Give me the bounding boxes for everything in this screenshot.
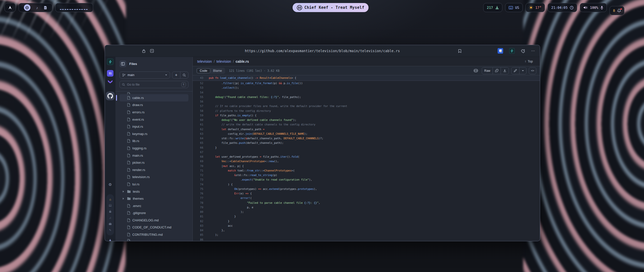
bookmark-icon[interactable] — [458, 49, 462, 53]
line-number[interactable]: 54 — [193, 90, 207, 95]
downloads-widget[interactable]: 217 — [483, 3, 502, 12]
lock-icon[interactable] — [142, 49, 145, 53]
site-info-icon[interactable] — [150, 49, 154, 53]
tree-file-item[interactable]: event.rs — [119, 116, 188, 123]
tree-file-item[interactable]: errors.rs — [119, 109, 188, 116]
clock-widget[interactable]: 21:04:05 — [548, 3, 577, 12]
download-button[interactable] — [501, 67, 509, 74]
line-number[interactable]: 76 — [193, 191, 207, 196]
tree-file-item[interactable]: main.rs — [119, 152, 188, 159]
tree-file-item[interactable] — [119, 238, 188, 241]
tree-file-item[interactable]: draw.rs — [119, 101, 188, 109]
edit-button[interactable] — [511, 67, 519, 74]
line-number[interactable]: 55 — [193, 95, 207, 99]
line-number[interactable]: 53 — [193, 85, 207, 90]
copilot-button[interactable] — [472, 67, 479, 74]
search-files-button[interactable] — [180, 72, 188, 78]
downloads-tray-icon[interactable] — [108, 239, 112, 241]
notifications-widget[interactable]: 8 — [610, 6, 624, 15]
browser-url-bar[interactable]: https://github.com/alexpasmantier/televi… — [105, 45, 540, 57]
briefcase-icon[interactable] — [109, 223, 112, 225]
tree-file-item[interactable]: picker.rs — [119, 159, 188, 166]
tab-github-active[interactable] — [106, 92, 114, 100]
line-number[interactable]: 70 — [193, 164, 207, 168]
line-number[interactable]: 69 — [193, 159, 207, 163]
music-icon[interactable]: ♫ — [109, 216, 111, 219]
music-app-button[interactable]: ♪ — [36, 6, 38, 10]
line-number[interactable]: 52 — [193, 81, 207, 85]
tree-file-item[interactable]: render.rs — [119, 166, 188, 174]
tree-file-item[interactable] — [119, 91, 188, 94]
breadcrumb-repo-link[interactable]: television — [197, 59, 212, 63]
bitwarden-extension-icon[interactable] — [498, 48, 503, 54]
copy-button[interactable] — [493, 67, 501, 74]
line-number[interactable]: 66 — [193, 145, 207, 150]
volume-widget[interactable]: 100% — [580, 3, 607, 12]
collapse-sidebar-button[interactable] — [119, 60, 126, 67]
pen-icon[interactable]: ✎ — [109, 229, 111, 232]
line-number[interactable]: 72 — [193, 173, 207, 177]
line-number[interactable]: 56 — [193, 99, 207, 104]
tree-file-item[interactable]: keymap.rs — [119, 130, 188, 138]
line-number[interactable]: 63 — [193, 131, 207, 136]
back-to-top-link[interactable]: ↑ Top — [525, 60, 533, 63]
tab-blame[interactable]: Blame — [210, 68, 225, 73]
line-number[interactable]: 43 — [193, 75, 207, 81]
line-number[interactable]: 85 — [193, 232, 207, 237]
line-number[interactable]: 73 — [193, 177, 207, 182]
line-number[interactable]: 74 — [193, 182, 207, 187]
raw-button[interactable]: Raw — [482, 67, 493, 74]
lightning-extension-icon[interactable] — [509, 48, 515, 54]
tree-file-item[interactable]: cable.rs — [119, 94, 188, 101]
symbols-button[interactable]: <> — [529, 67, 536, 74]
tree-file-item[interactable]: CHANGELOG.md — [119, 217, 188, 224]
notes-app-button[interactable] — [44, 6, 47, 10]
media-player-widget[interactable]: Chief Keef - Treat Myself — [293, 3, 369, 12]
line-number[interactable]: 64 — [193, 136, 207, 141]
line-number[interactable]: 65 — [193, 141, 207, 145]
url-text[interactable]: https://github.com/alexpasmantier/televi… — [245, 49, 400, 53]
tab-calendar[interactable]: 31 — [107, 70, 113, 77]
tree-folder-item[interactable]: tests — [119, 188, 188, 195]
line-number[interactable]: 84 — [193, 228, 207, 232]
tree-file-item[interactable]: lib.rs — [119, 138, 188, 145]
home-icon[interactable]: ⌂ — [109, 198, 111, 201]
code-viewer[interactable]: 43pub fn load_cable_channels() -> Result… — [193, 75, 540, 241]
line-number[interactable]: 71 — [193, 168, 207, 173]
breadcrumb-dir-link[interactable]: television — [216, 59, 231, 63]
tab-code[interactable]: Code — [197, 68, 210, 73]
edit-dropdown-button[interactable] — [519, 67, 526, 74]
tab-lightning[interactable] — [107, 58, 113, 65]
puzzle-extensions-icon[interactable] — [521, 49, 525, 53]
line-number[interactable]: 67 — [193, 150, 207, 154]
line-number[interactable]: 75 — [193, 187, 207, 191]
line-number[interactable]: 83 — [193, 223, 207, 228]
line-number[interactable]: 58 — [193, 109, 207, 113]
keyboard-layout-widget[interactable]: US — [505, 3, 523, 12]
launcher-button[interactable] — [5, 3, 16, 12]
tree-file-item[interactable]: logging.rs — [119, 145, 188, 152]
tree-file-item[interactable]: input.rs — [119, 123, 188, 130]
tree-file-item[interactable]: CONTRIBUTING.md — [119, 231, 188, 238]
laptop-icon[interactable] — [109, 204, 112, 207]
tree-file-item[interactable]: CODE_OF_CONDUCT.md — [119, 224, 188, 231]
line-number[interactable]: 86 — [193, 237, 207, 242]
line-number[interactable]: 80 — [193, 210, 207, 214]
line-number[interactable]: 78 — [193, 200, 207, 205]
line-number[interactable]: 57 — [193, 104, 207, 108]
line-number[interactable]: 62 — [193, 127, 207, 131]
line-number[interactable]: 59 — [193, 113, 207, 118]
line-number[interactable]: 79 — [193, 205, 207, 210]
tab-mail[interactable] — [108, 80, 113, 84]
add-file-button[interactable]: + — [172, 72, 180, 78]
line-number[interactable]: 68 — [193, 154, 207, 159]
go-to-file-input[interactable]: Go to file t — [119, 81, 188, 88]
line-number[interactable]: 60 — [193, 118, 207, 122]
weather-widget[interactable]: 17° — [526, 3, 545, 12]
tree-file-item[interactable]: television.rs — [119, 174, 188, 181]
line-number[interactable]: 61 — [193, 122, 207, 127]
tree-file-item[interactable]: .gitignore — [119, 210, 188, 217]
branch-selector[interactable]: main — [119, 72, 170, 79]
lock-small-icon[interactable] — [109, 210, 111, 213]
settings-gear-icon[interactable]: ⚙ — [108, 182, 112, 187]
